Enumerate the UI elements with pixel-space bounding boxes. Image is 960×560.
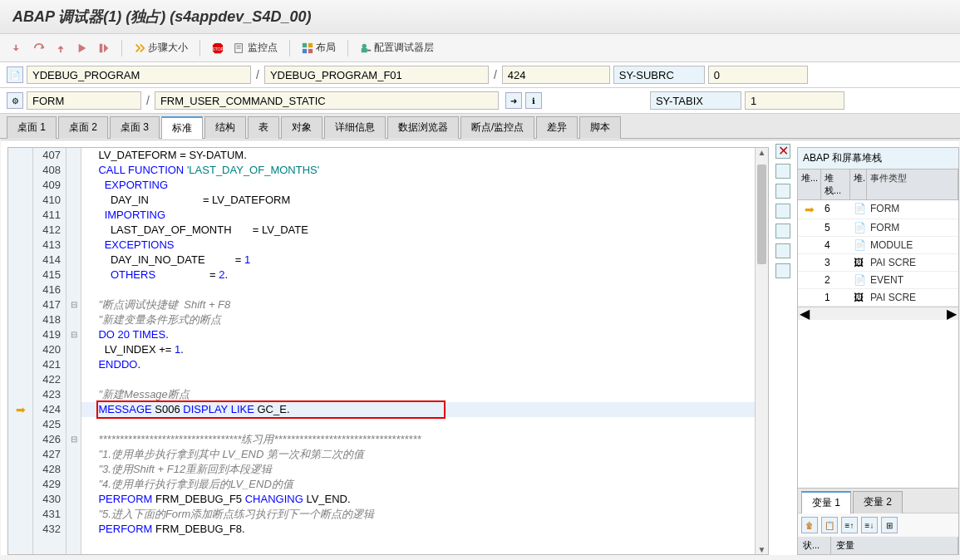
desktop-tab-7[interactable]: 详细信息 [324, 116, 386, 139]
code-line-429[interactable]: "4.使用单行执行拿到最后的LV_END的值 [81, 477, 755, 492]
code-line-425[interactable] [81, 417, 755, 432]
code-line-417[interactable]: "断点调试快捷键 Shift + F8 [81, 297, 755, 312]
tab-var-1[interactable]: 变量 1 [801, 491, 851, 513]
code-line-407[interactable]: LV_DATEFORM = SY-DATUM. [81, 148, 755, 163]
step-into-icon[interactable] [8, 41, 27, 56]
separator: / [492, 68, 499, 81]
step-out-icon[interactable] [52, 41, 70, 56]
main-content: ➡ 40740840941041141241341441541641741841… [1, 140, 959, 555]
code-line-411[interactable]: IMPORTING [81, 208, 755, 223]
config-cols-icon[interactable]: ⊞ [881, 517, 898, 533]
close-tool-icon[interactable]: ✕ [775, 144, 790, 159]
stack-row-0[interactable]: ➡6📄FORM [798, 200, 958, 219]
sy-subrc-field[interactable] [708, 66, 808, 84]
stack-col-1[interactable]: 堆... [798, 169, 821, 199]
continue-icon[interactable] [73, 41, 91, 56]
sy-subrc-label: SY-SUBRC [613, 66, 705, 84]
code-line-418[interactable]: "新建变量条件形式的断点 [81, 312, 755, 327]
code-line-428[interactable]: "3.使用Shift + F12重新回到本段逻辑 [81, 462, 755, 477]
stop-button[interactable]: STOP [209, 41, 227, 56]
info-icon[interactable]: ℹ [525, 92, 542, 109]
stack-row-5[interactable]: 1🖼PAI SCRE [798, 289, 958, 307]
stack-panel: ABAP 和屏幕堆栈 堆... 堆栈... 堆. 事件类型 ➡6📄FORM5📄F… [797, 147, 959, 555]
code-line-419[interactable]: DO 20 TIMES. [81, 327, 755, 342]
code-line-427[interactable]: "1.使用单步执行拿到其中 LV_END 第一次和第二次的值 [81, 447, 755, 462]
step-over-icon[interactable] [30, 41, 48, 56]
services-tool-icon[interactable] [775, 243, 790, 258]
stack-col-2[interactable]: 堆栈... [821, 169, 850, 199]
source-code-area[interactable]: LV_DATEFORM = SY-DATUM. CALL FUNCTION 'L… [81, 148, 755, 554]
desktop-tab-2[interactable]: 桌面 3 [110, 116, 160, 139]
swap-tool-icon[interactable] [775, 164, 790, 179]
code-line-421[interactable]: ENDDO. [81, 357, 755, 372]
layout-button[interactable]: 布局 [298, 39, 339, 56]
expand-tool-icon[interactable] [775, 184, 790, 199]
desktop-tab-6[interactable]: 对象 [281, 116, 322, 139]
code-line-416[interactable] [81, 282, 755, 297]
program-field[interactable] [27, 66, 251, 84]
watchpoint-button[interactable]: 监控点 [230, 39, 281, 56]
title-bar: ABAP 调试器(1) (独占) (s4appdev_S4D_00) [0, 0, 960, 34]
tab-var-2[interactable]: 变量 2 [853, 491, 903, 513]
svg-rect-11 [367, 49, 371, 51]
stack-row-4[interactable]: 2📄EVENT [798, 272, 958, 289]
stack-hscroll[interactable]: ◀▶ [798, 307, 958, 320]
desktop-tab-4[interactable]: 结构 [204, 116, 246, 139]
code-line-422[interactable] [81, 372, 755, 387]
program-nav-icon[interactable]: 📄 [7, 66, 23, 83]
desktop-tab-10[interactable]: 差异 [536, 116, 578, 139]
scroll-thumb[interactable] [757, 165, 766, 264]
fullscreen-tool-icon[interactable] [775, 204, 790, 219]
var-col-name[interactable]: 变量 [831, 537, 958, 554]
var-col-state[interactable]: 状... [798, 537, 831, 554]
svg-point-9 [362, 43, 367, 47]
vertical-scrollbar[interactable]: ▲ ▼ [755, 148, 768, 554]
stack-col-3[interactable]: 堆. [850, 169, 867, 199]
line-field[interactable] [502, 66, 610, 84]
stack-row-1[interactable]: 5📄FORM [798, 219, 958, 237]
include-field[interactable] [264, 66, 489, 84]
desktop-tab-3[interactable]: 标准 [161, 116, 203, 139]
stack-row-3[interactable]: 3🖼PAI SCRE [798, 254, 958, 272]
code-line-410[interactable]: DAY_IN = LV_DATEFORM [81, 193, 755, 208]
desktop-tab-8[interactable]: 数据浏览器 [387, 116, 459, 139]
step-size-button[interactable]: 步骤大小 [130, 39, 191, 56]
nav-forward-icon[interactable]: ➜ [505, 92, 522, 109]
code-line-415[interactable]: OTHERS = 2. [81, 268, 755, 282]
code-line-423[interactable]: "新建Message断点 [81, 387, 755, 402]
fold-gutter[interactable]: ⊟⊟⊟ [66, 148, 81, 554]
desktop-tab-5[interactable]: 表 [248, 116, 279, 139]
code-line-420[interactable]: LV_INDEX += 1. [81, 342, 755, 357]
sort-desc-icon[interactable]: ≡↓ [861, 517, 878, 533]
block-name-field[interactable] [155, 91, 499, 110]
separator: / [145, 94, 151, 107]
code-line-426[interactable]: **********************************练习用***… [81, 432, 755, 447]
show-var-icon[interactable]: 📋 [821, 517, 838, 533]
sort-asc-icon[interactable]: ≡↑ [841, 517, 858, 533]
config-debugger-button[interactable]: 配置调试器层 [357, 39, 437, 56]
block-nav-icon[interactable]: ⚙ [7, 92, 23, 109]
stack-row-2[interactable]: 4📄MODULE [798, 237, 958, 254]
code-line-409[interactable]: EXPORTING [81, 178, 755, 193]
variable-header: 状... 变量 [798, 537, 958, 554]
desktop-tab-11[interactable]: 脚本 [579, 116, 621, 139]
desktop-tab-9[interactable]: 断点/监控点 [460, 116, 534, 139]
code-line-408[interactable]: CALL FUNCTION 'LAST_DAY_OF_MONTHS' [81, 163, 755, 178]
desktop-tab-1[interactable]: 桌面 2 [58, 116, 108, 139]
code-line-431[interactable]: "5.进入下面的Form添加断点练习执行到下一个断点的逻辑 [81, 507, 755, 522]
breakpoint-gutter[interactable]: ➡ [8, 148, 33, 554]
delete-var-icon[interactable]: 🗑 [801, 517, 818, 533]
code-line-412[interactable]: LAST_DAY_OF_MONTH = LV_DATE [81, 223, 755, 238]
block-type-field[interactable] [27, 91, 141, 110]
layout-tool-icon[interactable] [775, 224, 790, 238]
code-line-424[interactable]: MESSAGE S006 DISPLAY LIKE GC_E. [81, 402, 755, 417]
tree-tool-icon[interactable] [775, 263, 790, 278]
stack-col-4[interactable]: 事件类型 [867, 169, 958, 199]
code-line-413[interactable]: EXCEPTIONS [81, 238, 755, 253]
code-line-430[interactable]: PERFORM FRM_DEBUG_F5 CHANGING LV_END. [81, 492, 755, 507]
code-line-432[interactable]: PERFORM FRM_DEBUG_F8. [81, 522, 755, 537]
run-to-icon[interactable] [95, 41, 113, 56]
sy-tabix-field[interactable] [745, 91, 844, 110]
desktop-tab-0[interactable]: 桌面 1 [7, 116, 57, 139]
code-line-414[interactable]: DAY_IN_NO_DATE = 1 [81, 253, 755, 268]
